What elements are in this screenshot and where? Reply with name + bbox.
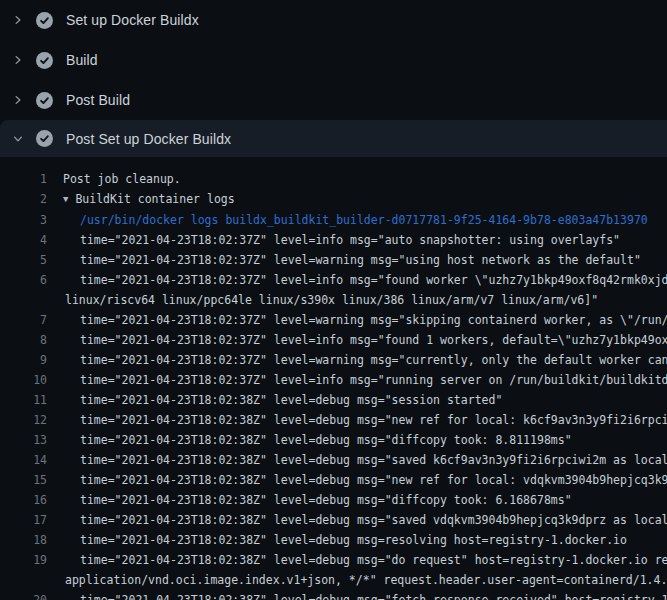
- log-text: time="2021-04-23T18:02:38Z" level=debug …: [47, 550, 667, 570]
- log-text: ▼BuildKit container logs: [47, 189, 235, 210]
- line-number[interactable]: 19: [0, 550, 47, 570]
- line-number[interactable]: 20: [0, 590, 47, 600]
- log-line: linux/riscv64 linux/ppc64le linux/s390x …: [0, 290, 667, 310]
- log-line: 8time="2021-04-23T18:02:37Z" level=info …: [0, 330, 667, 350]
- check-circle-icon: [36, 92, 53, 109]
- line-number[interactable]: 2: [0, 189, 47, 210]
- log-text: time="2021-04-23T18:02:38Z" level=debug …: [47, 410, 667, 430]
- chevron-down-icon: [11, 131, 25, 147]
- log-text: time="2021-04-23T18:02:38Z" level=debug …: [47, 470, 667, 490]
- log-line: 19time="2021-04-23T18:02:38Z" level=debu…: [0, 550, 667, 570]
- log-line: 3/usr/bin/docker logs buildx_buildkit_bu…: [0, 210, 667, 230]
- log-line: 15time="2021-04-23T18:02:38Z" level=debu…: [0, 470, 667, 490]
- log-text: time="2021-04-23T18:02:37Z" level=warnin…: [47, 310, 667, 330]
- step-title: Post Set up Docker Buildx: [66, 131, 231, 147]
- chevron-right-icon: [11, 12, 25, 28]
- line-number[interactable]: 10: [0, 370, 47, 390]
- line-number[interactable]: 7: [0, 310, 47, 330]
- line-number: [0, 290, 47, 310]
- log-lines: 1Post job cleanup.2▼BuildKit container l…: [0, 169, 667, 600]
- chevron-right-icon: [11, 52, 25, 68]
- log-text: time="2021-04-23T18:02:38Z" level=debug …: [47, 530, 627, 550]
- line-number[interactable]: 9: [0, 350, 47, 370]
- log-text: time="2021-04-23T18:02:38Z" level=debug …: [47, 390, 502, 410]
- log-group-toggle-icon[interactable]: ▼: [63, 189, 68, 209]
- line-number[interactable]: 13: [0, 430, 47, 450]
- log-text: time="2021-04-23T18:02:37Z" level=warnin…: [47, 350, 667, 370]
- log-text: time="2021-04-23T18:02:38Z" level=debug …: [47, 430, 572, 450]
- log-line: 13time="2021-04-23T18:02:38Z" level=debu…: [0, 430, 667, 450]
- line-number[interactable]: 8: [0, 330, 47, 350]
- log-text: time="2021-04-23T18:02:37Z" level=info m…: [47, 270, 667, 290]
- log-line: 7time="2021-04-23T18:02:37Z" level=warni…: [0, 310, 667, 330]
- check-circle-icon: [36, 12, 53, 29]
- log-line: 18time="2021-04-23T18:02:38Z" level=debu…: [0, 530, 667, 550]
- log-line: 4time="2021-04-23T18:02:37Z" level=info …: [0, 230, 667, 250]
- log-text: time="2021-04-23T18:02:37Z" level=info m…: [47, 330, 667, 350]
- log-group-header[interactable]: 2▼BuildKit container logs: [0, 189, 667, 210]
- line-number[interactable]: 17: [0, 510, 47, 530]
- line-number[interactable]: 3: [0, 210, 47, 230]
- step-title: Post Build: [66, 92, 130, 108]
- log-line: application/vnd.oci.image.index.v1+json,…: [0, 570, 667, 590]
- line-number[interactable]: 14: [0, 450, 47, 470]
- log-viewer: 1Post job cleanup.2▼BuildKit container l…: [0, 157, 667, 600]
- check-circle-icon: [36, 130, 53, 147]
- log-text: linux/riscv64 linux/ppc64le linux/s390x …: [47, 290, 598, 310]
- log-line: 5time="2021-04-23T18:02:37Z" level=warni…: [0, 250, 667, 270]
- line-number[interactable]: 4: [0, 230, 47, 250]
- line-number[interactable]: 11: [0, 390, 47, 410]
- line-number: [0, 570, 47, 590]
- step-row-post-setup-docker-buildx[interactable]: Post Set up Docker Buildx: [0, 120, 667, 157]
- log-text: time="2021-04-23T18:02:38Z" level=debug …: [47, 590, 667, 600]
- log-text: time="2021-04-23T18:02:38Z" level=debug …: [47, 510, 667, 530]
- step-list: Set up Docker Buildx Build Post Build Po…: [0, 0, 667, 157]
- log-line: 14time="2021-04-23T18:02:38Z" level=debu…: [0, 450, 667, 470]
- log-line: 12time="2021-04-23T18:02:38Z" level=debu…: [0, 410, 667, 430]
- line-number[interactable]: 15: [0, 470, 47, 490]
- log-line: 20time="2021-04-23T18:02:38Z" level=debu…: [0, 590, 667, 600]
- step-row-build[interactable]: Build: [0, 40, 667, 80]
- check-circle-icon: [36, 52, 53, 69]
- line-number[interactable]: 6: [0, 270, 47, 290]
- chevron-right-icon: [11, 92, 25, 108]
- log-text: time="2021-04-23T18:02:37Z" level=warnin…: [47, 250, 641, 270]
- log-line: 6time="2021-04-23T18:02:37Z" level=info …: [0, 270, 667, 290]
- line-number[interactable]: 5: [0, 250, 47, 270]
- line-number[interactable]: 1: [0, 169, 47, 189]
- log-text: time="2021-04-23T18:02:37Z" level=info m…: [47, 230, 620, 250]
- step-row-post-build[interactable]: Post Build: [0, 80, 667, 120]
- log-group-title: BuildKit container logs: [75, 192, 234, 206]
- step-row-setup-docker-buildx[interactable]: Set up Docker Buildx: [0, 0, 667, 40]
- workflow-log-page: { "steps": [ { "label": "Set up Docker B…: [0, 0, 667, 600]
- log-text: time="2021-04-23T18:02:38Z" level=debug …: [47, 490, 572, 510]
- log-line: 9time="2021-04-23T18:02:37Z" level=warni…: [0, 350, 667, 370]
- log-line: 1Post job cleanup.: [0, 169, 667, 189]
- step-title: Build: [66, 52, 98, 68]
- log-text: time="2021-04-23T18:02:37Z" level=info m…: [47, 370, 667, 390]
- log-line: 17time="2021-04-23T18:02:38Z" level=debu…: [0, 510, 667, 530]
- log-line: 16time="2021-04-23T18:02:38Z" level=debu…: [0, 490, 667, 510]
- line-number[interactable]: 18: [0, 530, 47, 550]
- log-line: 11time="2021-04-23T18:02:38Z" level=debu…: [0, 390, 667, 410]
- log-text: time="2021-04-23T18:02:38Z" level=debug …: [47, 450, 667, 470]
- log-text: application/vnd.oci.image.index.v1+json,…: [47, 570, 667, 590]
- step-title: Set up Docker Buildx: [66, 12, 199, 28]
- line-number[interactable]: 16: [0, 490, 47, 510]
- line-number[interactable]: 12: [0, 410, 47, 430]
- log-command-text: /usr/bin/docker logs buildx_buildkit_bui…: [47, 210, 648, 230]
- log-line: 10time="2021-04-23T18:02:37Z" level=info…: [0, 370, 667, 390]
- log-text: Post job cleanup.: [47, 169, 181, 189]
